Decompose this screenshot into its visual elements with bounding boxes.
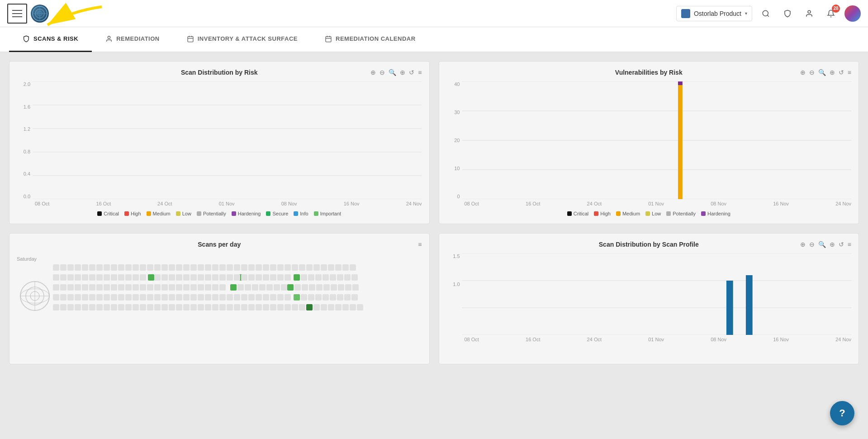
shield-icon xyxy=(783,10,792,18)
tab-scans-risk[interactable]: SCANS & RISK xyxy=(9,27,92,52)
hamburger-button[interactable] xyxy=(7,4,27,24)
hamburger-line xyxy=(12,13,22,14)
svg-rect-112 xyxy=(248,274,255,281)
svg-rect-163 xyxy=(338,284,344,291)
spd-menu-btn[interactable]: ≡ xyxy=(417,240,422,249)
svg-rect-150 xyxy=(237,284,244,291)
svg-rect-153 xyxy=(259,284,266,291)
vuln-controls: ⊕ ⊖ 🔍 ⊕ ↺ ≡ xyxy=(799,68,852,77)
svg-rect-225 xyxy=(183,304,190,310)
vuln-zoom-btn[interactable]: 🔍 xyxy=(817,68,827,77)
zoom-in-btn[interactable]: ⊕ xyxy=(370,68,377,77)
tab-remediation-calendar[interactable]: REMEDIATION CALENDAR xyxy=(311,27,429,52)
svg-rect-140 xyxy=(154,284,161,291)
logo-icon xyxy=(32,5,48,22)
svg-rect-144 xyxy=(183,284,190,291)
pan-btn[interactable]: ⊕ xyxy=(399,68,406,77)
sp-zoom-in-btn[interactable]: ⊕ xyxy=(799,240,806,249)
legend-dot-medium xyxy=(147,211,151,216)
svg-rect-86 xyxy=(53,274,59,281)
x-label: 24 Oct xyxy=(157,201,172,206)
x-label: 16 Oct xyxy=(96,201,111,206)
scans-per-day-controls: ≡ xyxy=(417,240,422,249)
svg-rect-211 xyxy=(82,304,88,310)
shield-button[interactable] xyxy=(779,5,796,22)
x-label: 08 Nov xyxy=(281,201,297,206)
vuln-zoom-out-btn[interactable]: ⊖ xyxy=(808,68,816,77)
svg-rect-50 xyxy=(96,264,103,271)
heatmap-svg: Saturday /* placeholder */ Saturday Frid… xyxy=(53,264,422,355)
svg-rect-122 xyxy=(330,274,336,281)
svg-rect-203 xyxy=(330,294,336,301)
sp-menu-btn[interactable]: ≡ xyxy=(847,240,852,249)
search-button[interactable] xyxy=(758,5,774,22)
vuln-label-low: Low xyxy=(652,211,661,216)
y-label-5: 0.0 xyxy=(17,194,30,199)
menu-btn[interactable]: ≡ xyxy=(417,68,422,77)
svg-rect-121 xyxy=(323,274,329,281)
zoom-btn[interactable]: 🔍 xyxy=(388,68,397,77)
svg-rect-91 xyxy=(89,274,95,281)
svg-rect-136 xyxy=(125,284,132,291)
vuln-menu-btn[interactable]: ≡ xyxy=(847,68,852,77)
svg-rect-167 xyxy=(60,294,66,301)
svg-rect-41 xyxy=(294,294,300,301)
profile-x-label: 24 Nov xyxy=(835,337,851,342)
help-icon: ? xyxy=(839,407,845,419)
svg-rect-198 xyxy=(285,294,291,301)
svg-line-7 xyxy=(767,15,768,16)
svg-rect-113 xyxy=(256,274,262,281)
svg-rect-184 xyxy=(183,294,190,301)
scan-profile-card: Scan Distribution by Scan Profile ⊕ ⊖ 🔍 … xyxy=(439,233,859,364)
workspace-selector[interactable]: Ostorlab Product ▾ xyxy=(676,6,752,21)
svg-rect-158 xyxy=(302,284,308,291)
svg-point-8 xyxy=(808,10,811,13)
remediation-tab-icon xyxy=(105,35,113,43)
svg-rect-157 xyxy=(294,284,301,291)
svg-rect-156 xyxy=(281,284,287,291)
svg-rect-182 xyxy=(169,294,175,301)
vulnerabilities-card: Vulnerabilities by Risk ⊕ ⊖ 🔍 ⊕ ↺ ≡ 40 3… xyxy=(439,61,859,224)
reset-btn[interactable]: ↺ xyxy=(408,68,415,77)
notification-button[interactable]: 28 xyxy=(823,5,839,22)
zoom-out-btn[interactable]: ⊖ xyxy=(379,68,386,77)
svg-rect-191 xyxy=(234,294,240,301)
svg-rect-244 xyxy=(328,304,334,310)
svg-rect-48 xyxy=(82,264,88,271)
legend-dot-secure xyxy=(266,211,270,216)
avatar[interactable] xyxy=(844,5,861,22)
sp-zoom-btn[interactable]: 🔍 xyxy=(817,240,827,249)
profile-x-label: 16 Oct xyxy=(526,337,540,342)
legend-dot-high xyxy=(124,211,129,216)
svg-point-9 xyxy=(108,36,110,38)
help-button[interactable]: ? xyxy=(830,401,854,425)
svg-rect-230 xyxy=(219,304,226,310)
tab-remediation-calendar-label: REMEDIATION CALENDAR xyxy=(336,35,416,42)
svg-rect-89 xyxy=(75,274,81,281)
svg-rect-214 xyxy=(104,304,110,310)
vuln-zoom-in-btn[interactable]: ⊕ xyxy=(799,68,806,77)
svg-rect-161 xyxy=(323,284,330,291)
svg-rect-218 xyxy=(133,304,139,310)
svg-rect-116 xyxy=(277,274,284,281)
svg-rect-197 xyxy=(277,294,284,301)
notification-badge: 28 xyxy=(832,5,840,13)
svg-rect-49 xyxy=(89,264,95,271)
inventory-tab-icon xyxy=(187,35,194,43)
svg-rect-47 xyxy=(75,264,81,271)
svg-rect-200 xyxy=(308,294,314,301)
tab-remediation[interactable]: REMEDIATION xyxy=(92,27,173,52)
vuln-pan-btn[interactable]: ⊕ xyxy=(829,68,836,77)
sp-zoom-out-btn[interactable]: ⊖ xyxy=(808,240,816,249)
legend-dot-hardening xyxy=(232,211,236,216)
sp-pan-btn[interactable]: ⊕ xyxy=(829,240,836,249)
vuln-reset-btn[interactable]: ↺ xyxy=(838,68,845,77)
contact-button[interactable] xyxy=(801,5,817,22)
profile-x-label: 24 Oct xyxy=(587,337,602,342)
scan-dist-chart xyxy=(33,81,422,199)
sp-reset-btn[interactable]: ↺ xyxy=(838,240,845,249)
svg-rect-64 xyxy=(198,264,204,271)
svg-rect-124 xyxy=(344,274,351,281)
tab-inventory[interactable]: INVENTORY & ATTACK SURFACE xyxy=(173,27,311,52)
vuln-y-10: 10 xyxy=(446,166,460,171)
